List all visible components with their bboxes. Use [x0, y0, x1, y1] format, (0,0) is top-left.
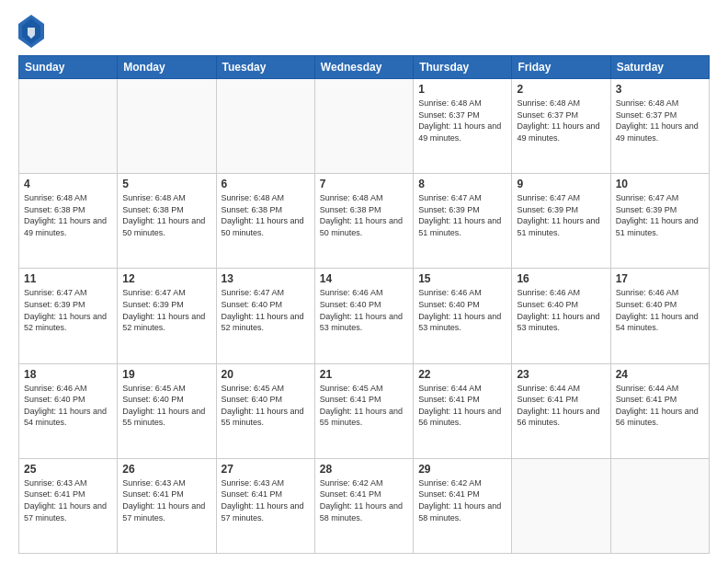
day-header-friday: Friday: [512, 56, 610, 79]
logo-icon: [18, 15, 44, 48]
calendar-week-1: 4Sunrise: 6:48 AM Sunset: 6:38 PM Daylig…: [19, 174, 710, 269]
day-info: Sunrise: 6:48 AM Sunset: 6:38 PM Dayligh…: [222, 192, 310, 238]
day-info: Sunrise: 6:46 AM Sunset: 6:40 PM Dayligh…: [616, 287, 704, 333]
day-header-thursday: Thursday: [414, 56, 512, 79]
day-number: 7: [320, 178, 408, 190]
day-number: 5: [122, 178, 210, 190]
calendar-cell: 16Sunrise: 6:46 AM Sunset: 6:40 PM Dayli…: [512, 269, 610, 363]
day-info: Sunrise: 6:47 AM Sunset: 6:40 PM Dayligh…: [222, 287, 310, 333]
day-number: 19: [122, 368, 210, 381]
calendar-week-0: 1Sunrise: 6:48 AM Sunset: 6:37 PM Daylig…: [19, 79, 710, 174]
page: SundayMondayTuesdayWednesdayThursdayFrid…: [0, 0, 728, 563]
header: [18, 15, 710, 48]
calendar-cell: 27Sunrise: 6:43 AM Sunset: 6:41 PM Dayli…: [216, 458, 314, 553]
calendar-cell: [610, 458, 709, 553]
day-number: 3: [616, 83, 704, 96]
day-info: Sunrise: 6:42 AM Sunset: 6:41 PM Dayligh…: [320, 477, 408, 523]
day-number: 26: [122, 463, 210, 476]
day-info: Sunrise: 6:44 AM Sunset: 6:41 PM Dayligh…: [517, 383, 605, 429]
calendar-week-2: 11Sunrise: 6:47 AM Sunset: 6:39 PM Dayli…: [19, 269, 710, 363]
calendar-body: 1Sunrise: 6:48 AM Sunset: 6:37 PM Daylig…: [19, 79, 710, 554]
day-number: 17: [616, 272, 704, 285]
day-info: Sunrise: 6:45 AM Sunset: 6:40 PM Dayligh…: [122, 383, 210, 429]
logo: [18, 15, 48, 48]
calendar-cell: 2Sunrise: 6:48 AM Sunset: 6:37 PM Daylig…: [512, 79, 610, 174]
calendar-cell: 4Sunrise: 6:48 AM Sunset: 6:38 PM Daylig…: [19, 174, 118, 269]
day-info: Sunrise: 6:48 AM Sunset: 6:38 PM Dayligh…: [320, 192, 408, 238]
calendar-cell: [216, 79, 314, 174]
day-number: 23: [517, 368, 605, 381]
day-header-wednesday: Wednesday: [314, 56, 413, 79]
day-number: 29: [418, 463, 506, 476]
days-header-row: SundayMondayTuesdayWednesdayThursdayFrid…: [19, 56, 710, 79]
day-number: 20: [222, 368, 310, 381]
day-number: 22: [418, 368, 506, 381]
day-info: Sunrise: 6:48 AM Sunset: 6:37 PM Dayligh…: [517, 98, 605, 144]
day-info: Sunrise: 6:47 AM Sunset: 6:39 PM Dayligh…: [616, 192, 704, 238]
day-number: 12: [122, 272, 210, 285]
day-number: 4: [24, 178, 112, 190]
day-number: 28: [320, 463, 408, 476]
day-header-saturday: Saturday: [610, 56, 709, 79]
day-info: Sunrise: 6:43 AM Sunset: 6:41 PM Dayligh…: [24, 477, 112, 523]
calendar-cell: [314, 79, 413, 174]
calendar-cell: 1Sunrise: 6:48 AM Sunset: 6:37 PM Daylig…: [414, 79, 512, 174]
day-number: 9: [517, 178, 605, 190]
calendar-cell: 6Sunrise: 6:48 AM Sunset: 6:38 PM Daylig…: [216, 174, 314, 269]
day-number: 10: [616, 178, 704, 190]
day-header-monday: Monday: [118, 56, 216, 79]
day-number: 11: [24, 272, 112, 285]
day-info: Sunrise: 6:46 AM Sunset: 6:40 PM Dayligh…: [320, 287, 408, 333]
day-number: 25: [24, 463, 112, 476]
calendar-cell: 7Sunrise: 6:48 AM Sunset: 6:38 PM Daylig…: [314, 174, 413, 269]
calendar-cell: 29Sunrise: 6:42 AM Sunset: 6:41 PM Dayli…: [414, 458, 512, 553]
calendar-cell: 5Sunrise: 6:48 AM Sunset: 6:38 PM Daylig…: [118, 174, 216, 269]
day-number: 8: [418, 178, 506, 190]
day-info: Sunrise: 6:42 AM Sunset: 6:41 PM Dayligh…: [418, 477, 506, 523]
day-info: Sunrise: 6:44 AM Sunset: 6:41 PM Dayligh…: [616, 383, 704, 429]
calendar-cell: [19, 79, 118, 174]
calendar-cell: 26Sunrise: 6:43 AM Sunset: 6:41 PM Dayli…: [118, 458, 216, 553]
day-header-tuesday: Tuesday: [216, 56, 314, 79]
day-number: 15: [418, 272, 506, 285]
calendar-cell: 11Sunrise: 6:47 AM Sunset: 6:39 PM Dayli…: [19, 269, 118, 363]
calendar-cell: 3Sunrise: 6:48 AM Sunset: 6:37 PM Daylig…: [610, 79, 709, 174]
day-info: Sunrise: 6:45 AM Sunset: 6:40 PM Dayligh…: [222, 383, 310, 429]
calendar-cell: 20Sunrise: 6:45 AM Sunset: 6:40 PM Dayli…: [216, 363, 314, 458]
calendar-cell: 23Sunrise: 6:44 AM Sunset: 6:41 PM Dayli…: [512, 363, 610, 458]
day-info: Sunrise: 6:47 AM Sunset: 6:39 PM Dayligh…: [24, 287, 112, 333]
calendar-table: SundayMondayTuesdayWednesdayThursdayFrid…: [18, 55, 710, 554]
calendar-cell: [118, 79, 216, 174]
day-info: Sunrise: 6:45 AM Sunset: 6:41 PM Dayligh…: [320, 383, 408, 429]
day-number: 27: [222, 463, 310, 476]
calendar-cell: 22Sunrise: 6:44 AM Sunset: 6:41 PM Dayli…: [414, 363, 512, 458]
day-number: 24: [616, 368, 704, 381]
day-number: 2: [517, 83, 605, 96]
calendar-cell: 25Sunrise: 6:43 AM Sunset: 6:41 PM Dayli…: [19, 458, 118, 553]
calendar-cell: 24Sunrise: 6:44 AM Sunset: 6:41 PM Dayli…: [610, 363, 709, 458]
day-info: Sunrise: 6:43 AM Sunset: 6:41 PM Dayligh…: [122, 477, 210, 523]
day-info: Sunrise: 6:46 AM Sunset: 6:40 PM Dayligh…: [418, 287, 506, 333]
day-number: 16: [517, 272, 605, 285]
calendar-cell: 12Sunrise: 6:47 AM Sunset: 6:39 PM Dayli…: [118, 269, 216, 363]
calendar-cell: 8Sunrise: 6:47 AM Sunset: 6:39 PM Daylig…: [414, 174, 512, 269]
calendar-cell: 14Sunrise: 6:46 AM Sunset: 6:40 PM Dayli…: [314, 269, 413, 363]
calendar-cell: 28Sunrise: 6:42 AM Sunset: 6:41 PM Dayli…: [314, 458, 413, 553]
day-info: Sunrise: 6:48 AM Sunset: 6:38 PM Dayligh…: [24, 192, 112, 238]
calendar-header: SundayMondayTuesdayWednesdayThursdayFrid…: [19, 56, 710, 79]
day-info: Sunrise: 6:46 AM Sunset: 6:40 PM Dayligh…: [517, 287, 605, 333]
calendar-week-4: 25Sunrise: 6:43 AM Sunset: 6:41 PM Dayli…: [19, 458, 710, 553]
day-number: 21: [320, 368, 408, 381]
day-info: Sunrise: 6:46 AM Sunset: 6:40 PM Dayligh…: [24, 383, 112, 429]
calendar-cell: 9Sunrise: 6:47 AM Sunset: 6:39 PM Daylig…: [512, 174, 610, 269]
calendar-cell: 19Sunrise: 6:45 AM Sunset: 6:40 PM Dayli…: [118, 363, 216, 458]
calendar-cell: [512, 458, 610, 553]
calendar-cell: 17Sunrise: 6:46 AM Sunset: 6:40 PM Dayli…: [610, 269, 709, 363]
day-info: Sunrise: 6:47 AM Sunset: 6:39 PM Dayligh…: [122, 287, 210, 333]
day-number: 6: [222, 178, 310, 190]
calendar-week-3: 18Sunrise: 6:46 AM Sunset: 6:40 PM Dayli…: [19, 363, 710, 458]
day-info: Sunrise: 6:47 AM Sunset: 6:39 PM Dayligh…: [517, 192, 605, 238]
calendar-cell: 21Sunrise: 6:45 AM Sunset: 6:41 PM Dayli…: [314, 363, 413, 458]
day-info: Sunrise: 6:43 AM Sunset: 6:41 PM Dayligh…: [222, 477, 310, 523]
day-number: 13: [222, 272, 310, 285]
